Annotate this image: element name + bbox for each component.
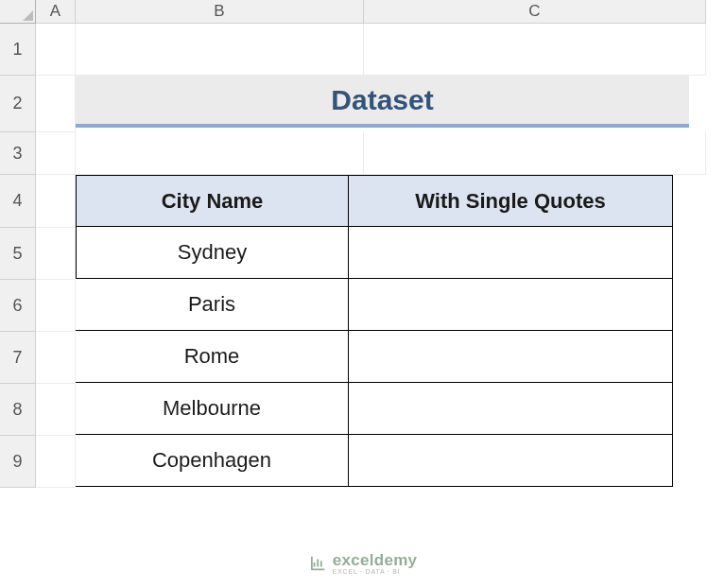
row-header-7[interactable]: 7 [0, 332, 36, 384]
spreadsheet-grid: A B C 1 2 Dataset 3 4 City Name With Sin… [0, 0, 725, 488]
cell-a5[interactable] [36, 228, 76, 280]
cell-c1[interactable] [364, 24, 706, 76]
select-all-corner[interactable] [0, 0, 36, 24]
table-cell[interactable] [349, 383, 673, 435]
chart-icon [308, 554, 327, 573]
col-header-b[interactable]: B [76, 0, 364, 24]
cell-a6[interactable] [36, 280, 76, 332]
row-header-3[interactable]: 3 [0, 132, 36, 175]
cell-b1[interactable] [76, 24, 364, 76]
row-header-2[interactable]: 2 [0, 76, 36, 132]
table-cell[interactable] [349, 227, 673, 279]
table-cell[interactable]: Melbourne [76, 383, 349, 435]
col-header-c[interactable]: C [364, 0, 706, 24]
table-cell[interactable]: Copenhagen [76, 435, 349, 487]
cell-a9[interactable] [36, 436, 76, 488]
row-header-5[interactable]: 5 [0, 228, 36, 280]
dataset-title[interactable]: Dataset [76, 76, 689, 128]
row-header-6[interactable]: 6 [0, 280, 36, 332]
row-header-4[interactable]: 4 [0, 175, 36, 228]
table-cell[interactable] [349, 279, 673, 331]
data-table: City Name With Single Quotes Sydney Pari… [76, 175, 706, 487]
cell-a8[interactable] [36, 384, 76, 436]
watermark-sub: EXCEL · DATA · BI [333, 568, 418, 575]
cell-a3[interactable] [36, 132, 76, 175]
table-cell[interactable]: Sydney [76, 227, 349, 279]
row-header-9[interactable]: 9 [0, 436, 36, 488]
cell-c3[interactable] [364, 132, 706, 175]
cell-a1[interactable] [36, 24, 76, 76]
watermark-main: exceldemy [333, 551, 418, 569]
cell-a2[interactable] [36, 76, 76, 132]
watermark: exceldemy EXCEL · DATA · BI [308, 551, 418, 575]
cell-a4[interactable] [36, 175, 76, 228]
cell-a7[interactable] [36, 332, 76, 384]
watermark-text: exceldemy EXCEL · DATA · BI [333, 551, 418, 575]
row-header-1[interactable]: 1 [0, 24, 36, 76]
col-header-a[interactable]: A [36, 0, 76, 24]
row-header-8[interactable]: 8 [0, 384, 36, 436]
table-cell[interactable] [349, 435, 673, 487]
table-cell[interactable]: Rome [76, 331, 349, 383]
cell-b3[interactable] [76, 132, 364, 175]
table-header-city[interactable]: City Name [76, 175, 349, 227]
table-header-quotes[interactable]: With Single Quotes [349, 175, 673, 227]
table-cell[interactable] [349, 331, 673, 383]
table-cell[interactable]: Paris [76, 279, 349, 331]
